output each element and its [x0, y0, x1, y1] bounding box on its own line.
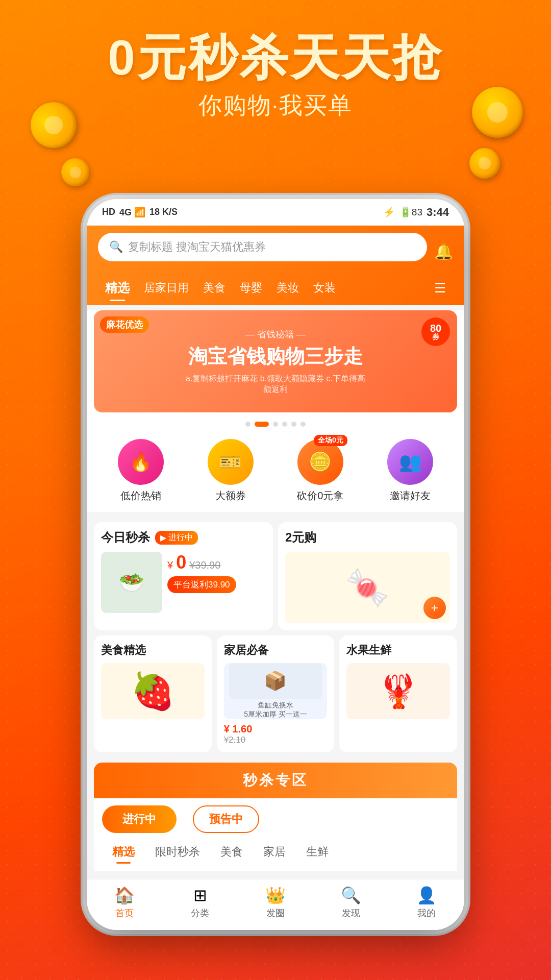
fresh-fruit-card: 水果生鲜 🦞 [339, 635, 457, 752]
status-speed: 18 K/S [149, 207, 178, 217]
nav-tabs: 精选 居家日用 美食 母婴 美妆 女装 ☰ [98, 277, 453, 305]
cat-label-coupon: 大额券 [215, 489, 246, 503]
coin-decoration-left-small [61, 158, 89, 186]
flash-subtab-meishi[interactable]: 美食 [210, 840, 253, 864]
product-stack-emoji: 📦 [264, 670, 287, 692]
hero-section: 0元秒杀天天抢 你购物·我买单 [0, 31, 551, 121]
add-to-cart-btn[interactable]: + [423, 597, 446, 619]
home-essentials-title: 家居必备 [224, 643, 328, 658]
search-bar[interactable]: 🔍 复制标题 搜淘宝天猫优惠券 [98, 233, 427, 261]
dot-6 [300, 422, 306, 427]
food-picks-img: 🍓 [101, 663, 205, 719]
status-network: HD [102, 207, 115, 217]
home-product-label: 鱼缸免换水5厘米加厚 买一送一 [244, 701, 307, 719]
fruit-emoji: 🦞 [378, 672, 419, 710]
flash-product-img: 🥗 79.9 [101, 552, 162, 613]
flash-subtab-xianshu[interactable]: 限时秒杀 [145, 840, 210, 864]
price-original: ¥39.90 [189, 559, 220, 571]
food-picks-card: 美食精选 🍓 [94, 635, 212, 752]
crown-icon: 👑 [265, 886, 286, 905]
cat-icon-coupon: 🎫 [208, 439, 254, 485]
flash-sale-title: 今日秒杀 [101, 529, 150, 546]
banner-badge-num: 80 [430, 323, 441, 333]
cat-item-free[interactable]: 🪙 全场0元 砍价0元拿 [297, 439, 343, 503]
flash-zone-header: 秒杀专区 [94, 763, 457, 798]
cat-item-hot[interactable]: 🔥 低价热销 [118, 439, 164, 503]
bottom-nav: 🏠 首页 ⊞ 分类 👑 发圈 🔍 发现 👤 我的 [87, 879, 464, 930]
nav-discover[interactable]: 👑 发圈 [238, 879, 313, 925]
flash-sale-card: 今日秒杀 ▶ 进行中 🥗 79.9 ¥ 0 ¥ [94, 522, 273, 630]
nav-discover-label: 发圈 [266, 907, 285, 919]
nav-mine[interactable]: 👤 我的 [389, 879, 464, 925]
banner-dots [87, 418, 464, 432]
two-yuan-product-img: 🍬 + [285, 552, 450, 623]
flash-product-info: ¥ 0 ¥39.90 平台返利39.90 [167, 552, 266, 613]
flash-subtab-jiaju[interactable]: 家居 [253, 840, 296, 864]
flash-subtabs: 精选 限时秒杀 美食 家居 生鲜 [94, 840, 457, 871]
phone-content: 🔍 复制标题 搜淘宝天猫优惠券 🔔 精选 居家日用 美食 母婴 美妆 女装 ☰ … [87, 226, 464, 930]
price-zero: 0 [176, 552, 186, 573]
dot-5 [291, 422, 296, 427]
flash-sale-status: 进行中 [168, 532, 193, 543]
nav-home[interactable]: 🏠 首页 [87, 879, 162, 925]
cat-item-invite[interactable]: 👥 邀请好友 [387, 439, 433, 503]
fresh-fruit-img: 🦞 [346, 663, 450, 719]
flash-sale-badge: ▶ 进行中 [155, 531, 198, 545]
nav-category[interactable]: ⊞ 分类 [162, 879, 238, 925]
banner-badge: 80 券 [421, 317, 450, 346]
flash-tab-active[interactable]: 进行中 [102, 805, 177, 833]
dot-4 [282, 422, 287, 427]
strawberry-icon: 🍓 [131, 670, 175, 712]
play-icon: ▶ [160, 533, 166, 543]
nav-tab-muying[interactable]: 母婴 [233, 277, 269, 299]
flash-tab-inactive[interactable]: 预告中 [193, 805, 259, 833]
nav-tab-meishi[interactable]: 美食 [196, 277, 233, 299]
refund-badge: 平台返利39.90 [167, 576, 236, 593]
banner-desc: a.复制标题打开麻花 b.领取大额隐藏券 c.下单得高额返利 [185, 374, 366, 395]
dot-3 [273, 422, 278, 427]
dot-2-active [255, 422, 269, 427]
banner-section: 麻花优选 — 省钱秘籍 — 淘宝省钱购物三步走 a.复制标题打开麻花 b.领取大… [87, 310, 464, 432]
cat-icon-invite: 👥 [387, 439, 433, 485]
search-icon: 🔍 [109, 240, 123, 254]
nav-tab-jiaju[interactable]: 居家日用 [137, 277, 196, 299]
coin-decoration-right-small [469, 148, 500, 179]
flash-subtab-jingxuan[interactable]: 精选 [102, 840, 145, 864]
cat-item-coupon[interactable]: 🎫 大额券 [208, 439, 254, 503]
flash-sale-title-row: 今日秒杀 ▶ 进行中 [101, 529, 266, 546]
main-banner[interactable]: 麻花优选 — 省钱秘籍 — 淘宝省钱购物三步走 a.复制标题打开麻花 b.领取大… [94, 310, 457, 412]
section-area: 今日秒杀 ▶ 进行中 🥗 79.9 ¥ 0 ¥ [87, 517, 464, 635]
flash-tabs-row: 进行中 预告中 [94, 798, 457, 840]
product-img-emoji: 🥗 [119, 571, 144, 595]
nav-category-label: 分类 [191, 907, 209, 919]
bluetooth-icon: ⚡ [383, 206, 395, 218]
cat-label-hot: 低价热销 [120, 489, 161, 503]
flash-subtab-shengxian[interactable]: 生鲜 [296, 840, 339, 864]
two-yuan-title-row: 2元购 [285, 529, 450, 546]
nav-tab-meizhuang[interactable]: 美妆 [269, 277, 306, 299]
nav-social[interactable]: 🔍 发现 [313, 879, 389, 925]
statusbar-left: HD 4G 📶 18 K/S [102, 207, 178, 218]
home-icon: 🏠 [114, 886, 135, 905]
flash-product-area: 🥗 79.9 ¥ 0 ¥39.90 平台返利39.90 [101, 552, 266, 613]
banner-main: 淘宝省钱购物三步走 [185, 344, 366, 370]
two-yuan-title: 2元购 [285, 529, 316, 546]
statusbar-right: ⚡ 🔋83 3:44 [383, 206, 449, 219]
banner-badge-unit: 券 [432, 333, 439, 340]
find-icon: 🔍 [341, 886, 361, 905]
nav-social-label: 发现 [342, 907, 360, 919]
home-essentials-card: 家居必备 📦 鱼缸免换水5厘米加厚 买一送一 ¥ 1.60 ¥2.10 [217, 635, 335, 752]
food-picks-title: 美食精选 [101, 643, 205, 658]
banner-label: 麻花优选 [100, 316, 149, 333]
category-grid: 🔥 低价热销 🎫 大额券 🪙 全场0元 砍价0元拿 👥 邀请好友 [87, 432, 464, 512]
notification-bell[interactable]: 🔔 [434, 242, 453, 260]
cat-icon-free: 🪙 全场0元 [297, 439, 343, 485]
cat-badge-free: 全场0元 [314, 435, 347, 446]
nav-tab-jingxuan[interactable]: 精选 [98, 277, 137, 299]
flash-zone-title: 秒杀专区 [105, 771, 446, 790]
section-three: 美食精选 🍓 家居必备 📦 鱼缸免换水5厘米加厚 买一送一 ¥ 1.60 ¥2.… [87, 635, 464, 757]
cat-label-invite: 邀请好友 [390, 489, 431, 503]
nav-home-label: 首页 [115, 907, 134, 919]
nav-tab-nvzhuang[interactable]: 女装 [306, 277, 343, 299]
nav-more-icon[interactable]: ☰ [427, 278, 453, 298]
